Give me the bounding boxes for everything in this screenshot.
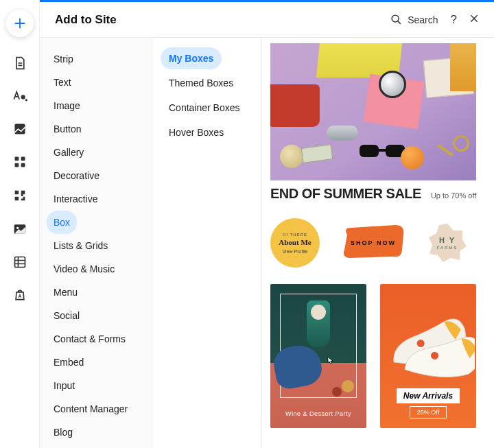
plus-icon [12,16,27,31]
svg-point-9 [392,15,399,22]
add-panel: Add to Site Search ? Strip Text Image Bu… [40,0,494,448]
subcategory-list: My Boxes Themed Boxes Container Boxes Ho… [152,38,262,448]
badge-farms-brand: H Y [439,236,456,244]
cursor-pointer-icon [324,355,336,368]
add-button[interactable] [6,10,34,37]
svg-rect-2 [21,157,25,161]
hero-subtitle: Up to 70% off [431,191,476,200]
svg-rect-7 [14,257,25,268]
subcategory-item-selected[interactable]: My Boxes [161,47,222,69]
category-item[interactable]: Embed [47,351,145,374]
badge-title: About Me [279,238,311,246]
help-button[interactable]: ? [451,13,457,27]
svg-rect-3 [14,163,19,167]
badge-link: View Profile [283,249,308,254]
hero-title: END OF SUMMER SALE [270,186,421,202]
svg-rect-4 [21,163,25,167]
card-caption: Wine & Dessert Party [270,410,366,417]
data-icon[interactable] [13,255,27,269]
category-item[interactable]: Gallery [47,141,145,164]
hero-prop [401,146,424,169]
panel-title: Add to Site [55,13,117,27]
category-item[interactable]: Store [47,444,145,448]
badges-row: HI THERE About Me View Profile SHOP NOW [270,218,480,268]
cards-row: Wine & Dessert Party [270,284,480,428]
preview-card-wine[interactable]: Wine & Dessert Party [270,284,366,428]
search-icon [390,14,402,25]
preview-area: END OF SUMMER SALE Up to 70% off HI THER… [262,38,494,448]
hero-prop [280,145,303,168]
hero-label: END OF SUMMER SALE Up to 70% off [270,186,480,202]
category-item[interactable]: Input [47,374,145,397]
category-item[interactable]: Blog [47,421,145,444]
category-item[interactable]: Lists & Grids [47,234,145,257]
text-style-icon[interactable] [12,89,27,103]
category-item[interactable]: Strip [47,47,145,71]
panel-body: Strip Text Image Button Gallery Decorati… [40,38,494,448]
card-title: New Arrivals [397,388,460,403]
svg-rect-1 [14,157,19,161]
close-button[interactable] [469,14,479,25]
hero-prop [270,84,320,127]
category-item[interactable]: Social [47,304,145,327]
svg-text:A: A [18,294,21,298]
badge-farms-sub: FARMS [437,246,458,250]
media-icon[interactable] [13,222,27,236]
subcategory-item[interactable]: Themed Boxes [161,72,253,94]
category-item[interactable]: Content Manager [47,397,145,421]
header-actions: Search ? [390,13,479,27]
card-prop [342,380,354,392]
app-root: A Add to Site Search ? Strip Text [0,0,494,448]
hero-prop [450,43,476,91]
category-list: Strip Text Image Button Gallery Decorati… [40,38,152,448]
category-item[interactable]: Text [47,71,145,94]
card-subtitle: 25% Off [410,406,447,418]
category-item[interactable]: Button [47,117,145,141]
widgets-icon[interactable] [13,155,27,169]
category-item[interactable]: Video & Music [47,257,145,281]
svg-point-6 [16,227,19,229]
panel-header: Add to Site Search ? [40,2,494,38]
hero-prop [379,71,406,98]
sneaker-icon [386,298,475,387]
page-icon[interactable] [13,56,27,70]
category-item[interactable]: Interactive [47,187,145,211]
close-icon [469,14,479,23]
preview-badge-about[interactable]: HI THERE About Me View Profile [270,218,320,268]
subcategory-item[interactable]: Hover Boxes [161,121,253,143]
card-prop [332,387,342,397]
section-icon[interactable] [13,122,27,136]
hero-prop [430,132,469,167]
subcategory-item[interactable]: Container Boxes [161,97,253,119]
preview-badge-farms[interactable]: H Y FARMS [427,222,468,263]
left-rail: A [0,0,40,448]
category-item[interactable]: Menu [47,281,145,304]
preview-badge-shop[interactable]: SHOP NOW [339,222,408,263]
badge-shop-label: SHOP NOW [339,222,408,263]
search-button[interactable]: Search [390,14,438,25]
category-item[interactable]: Contact & Forms [47,327,145,351]
apps-icon[interactable] [12,188,27,203]
hero-prop [327,126,358,141]
card-prop [311,305,326,320]
badge-kicker: HI THERE [283,233,307,237]
preview-card-arrivals[interactable]: New Arrivals 25% Off [380,284,476,428]
category-item-selected[interactable]: Box [47,211,77,234]
preview-hero-box[interactable] [270,43,476,180]
store-icon[interactable]: A [13,288,27,302]
category-item[interactable]: Decorative [47,164,145,187]
search-label: Search [408,14,438,25]
category-item[interactable]: Image [47,94,145,117]
